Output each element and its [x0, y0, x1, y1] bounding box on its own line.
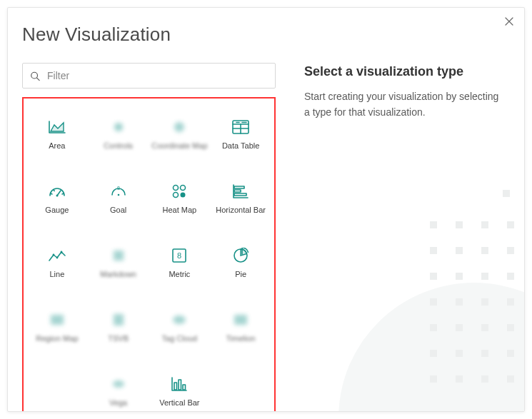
regionmap-icon [47, 310, 67, 330]
decorative-dots-col [503, 190, 510, 197]
viz-label: Coordinate Map [151, 141, 207, 150]
svg-rect-23 [234, 193, 246, 196]
viz-grid: AreaControlsCoordinate MapData TableGaug… [26, 103, 271, 412]
coordmap-icon [169, 117, 189, 137]
svg-point-18 [181, 185, 186, 190]
viz-label: Area [49, 141, 65, 150]
line-icon [47, 246, 67, 266]
viz-item-markdown[interactable]: Markdown [88, 231, 149, 293]
svg-rect-32 [114, 314, 124, 325]
search-icon [30, 71, 40, 81]
viz-grid-highlight: AreaControlsCoordinate MapData TableGaug… [22, 97, 276, 412]
viz-label: Line [49, 270, 64, 278]
viz-item-tsvb[interactable]: TSVB [88, 296, 149, 357]
svg-rect-37 [179, 380, 181, 390]
viz-label: Heat Map [163, 206, 197, 214]
svg-line-14 [54, 190, 54, 191]
viz-label: Markdown [100, 270, 136, 278]
svg-rect-21 [234, 186, 244, 188]
left-pane: AreaControlsCoordinate MapData TableGaug… [22, 63, 276, 412]
viz-label: TSVB [108, 334, 129, 343]
svg-point-33 [173, 315, 186, 324]
svg-text:8: 8 [177, 251, 181, 260]
metric-icon: 8 [169, 246, 189, 266]
tsvb-icon [109, 310, 129, 330]
viz-label: Horizontal Bar [216, 206, 266, 214]
timelion-icon [231, 310, 251, 330]
gauge-icon [47, 181, 67, 201]
svg-rect-31 [51, 315, 64, 325]
area-icon [47, 117, 67, 137]
viz-label: Goal [110, 206, 126, 214]
viz-label: Tag Cloud [162, 334, 198, 343]
viz-item-goal[interactable]: 8Goal [88, 167, 149, 228]
viz-label: Gauge [45, 206, 69, 214]
controls-icon [109, 117, 129, 137]
svg-point-26 [60, 251, 62, 253]
pie-icon [231, 246, 251, 266]
decorative-dots [430, 221, 514, 383]
close-button[interactable] [503, 15, 516, 28]
viz-item-metric[interactable]: 8Metric [149, 231, 211, 293]
markdown-icon [109, 246, 129, 266]
svg-rect-34 [234, 315, 247, 325]
svg-rect-22 [234, 190, 241, 192]
svg-line-13 [62, 193, 64, 194]
new-visualization-modal: New Visualization AreaControlsCoordinate… [7, 7, 525, 412]
svg-point-17 [174, 185, 179, 190]
viz-item-gauge[interactable]: Gauge [26, 167, 88, 228]
tagcloud-icon [169, 310, 189, 330]
svg-point-3 [174, 122, 184, 132]
viz-item-heatmap[interactable]: Heat Map [149, 167, 211, 228]
svg-point-11 [56, 194, 58, 196]
svg-point-0 [31, 72, 38, 79]
svg-line-1 [37, 78, 40, 81]
svg-point-24 [52, 254, 54, 256]
viz-item-controls[interactable]: Controls [88, 103, 149, 164]
svg-rect-36 [174, 383, 177, 390]
viz-item-hbar[interactable]: Horizontal Bar [210, 167, 271, 228]
svg-rect-27 [114, 251, 124, 261]
viz-label: Controls [104, 141, 133, 150]
modal-title: New Visualization [22, 24, 510, 46]
viz-item-vbar[interactable]: Vertical Bar [149, 360, 211, 412]
viz-item-vega[interactable]: Vega [88, 360, 149, 412]
svg-text:8: 8 [117, 186, 120, 191]
filter-input[interactable] [46, 69, 268, 82]
viz-item-pie[interactable]: Pie [210, 231, 271, 293]
viz-label: Metric [169, 270, 190, 278]
viz-item-datatable[interactable]: Data Table [210, 103, 271, 164]
viz-item-empty [26, 360, 88, 412]
hbar-icon [231, 181, 251, 201]
svg-point-20 [181, 192, 186, 197]
info-heading: Select a visualization type [304, 64, 510, 79]
table-icon [231, 117, 251, 137]
vega-icon [109, 374, 129, 394]
close-icon [505, 17, 513, 26]
viz-label: Vertical Bar [159, 398, 199, 407]
viz-label: Region Map [36, 334, 78, 343]
viz-item-regionmap[interactable]: Region Map [26, 296, 88, 357]
svg-point-2 [114, 123, 123, 131]
svg-point-35 [113, 380, 124, 388]
viz-item-timelion[interactable]: Timelion [210, 296, 271, 357]
viz-label: Vega [109, 398, 127, 407]
viz-item-coordmap[interactable]: Coordinate Map [149, 103, 211, 164]
viz-item-line[interactable]: Line [26, 231, 88, 293]
svg-rect-38 [183, 385, 186, 390]
viz-label: Pie [235, 270, 246, 278]
heatmap-icon [169, 181, 189, 201]
svg-point-25 [56, 257, 58, 259]
viz-label: Timelion [226, 334, 256, 343]
filter-box[interactable] [22, 63, 276, 89]
svg-line-12 [51, 193, 52, 194]
goal-icon: 8 [109, 181, 129, 201]
vbar-icon [169, 374, 189, 394]
viz-item-area[interactable]: Area [26, 103, 88, 164]
svg-point-19 [174, 192, 179, 197]
svg-point-15 [117, 194, 119, 196]
viz-label: Data Table [222, 141, 259, 150]
viz-item-tagcloud[interactable]: Tag Cloud [149, 296, 211, 357]
info-body: Start creating your visualization by sel… [304, 89, 504, 120]
